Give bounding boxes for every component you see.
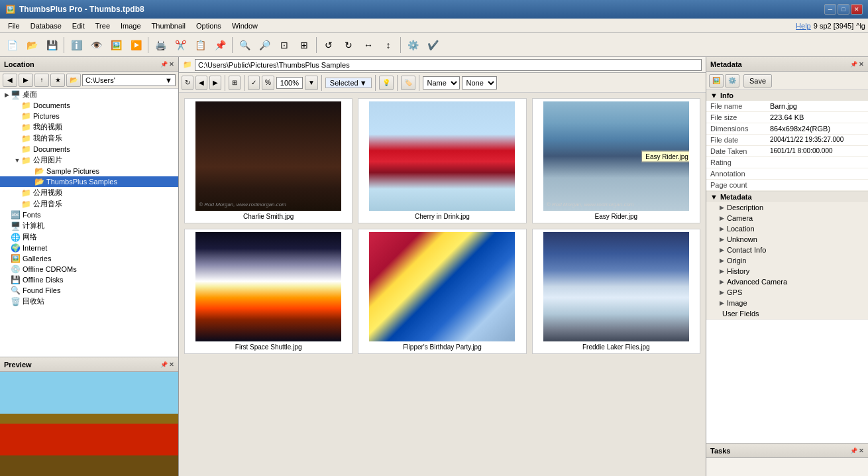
meta-location[interactable]: ▶ Location bbox=[706, 223, 868, 234]
meta-origin[interactable]: ▶ Origin bbox=[706, 255, 868, 266]
tree-toggle-thumbsplus[interactable] bbox=[27, 178, 34, 186]
preview-pin-button[interactable]: 📌 bbox=[160, 361, 168, 368]
tree-toggle-network[interactable] bbox=[3, 233, 11, 241]
metadata-subsection-header[interactable]: ▼ Metadata bbox=[706, 192, 868, 202]
tb-flip-h-button[interactable]: ↔ bbox=[359, 36, 378, 54]
thumb-freddie[interactable]: Freddie Laker Flies.jpg bbox=[532, 229, 700, 354]
view-mode-button[interactable]: ⊞ bbox=[229, 76, 241, 90]
tasks-close-button[interactable]: ✕ bbox=[859, 447, 864, 454]
tb-view-button[interactable]: 👁️ bbox=[87, 36, 105, 54]
minimize-button[interactable]: ─ bbox=[824, 4, 836, 15]
meta-options-button[interactable]: ⚙️ bbox=[725, 74, 739, 88]
tb-copy-button[interactable]: 📋 bbox=[191, 36, 209, 54]
tb-mark-button[interactable]: ✔️ bbox=[423, 36, 442, 54]
tree-toggle-internet[interactable] bbox=[3, 244, 11, 252]
folder-tree[interactable]: ▶ 🖥️ 桌面 📁 Documents 📁 Pictures bbox=[0, 89, 178, 357]
nav-forward-button[interactable]: ▶ bbox=[19, 74, 33, 87]
maximize-button[interactable]: □ bbox=[838, 4, 849, 15]
menu-options[interactable]: Options bbox=[191, 21, 227, 31]
tree-toggle-computer[interactable] bbox=[3, 222, 11, 230]
tree-item-pictures[interactable]: 📁 Pictures bbox=[0, 111, 178, 121]
tree-item-fonts[interactable]: 🔤 Fonts bbox=[0, 209, 178, 220]
check-button[interactable]: ✓ bbox=[248, 76, 260, 90]
location-path-dropdown[interactable]: ▼ bbox=[165, 76, 172, 84]
tree-toggle-galleries[interactable] bbox=[3, 255, 11, 263]
tb-fit-button[interactable]: ⊡ bbox=[275, 36, 294, 54]
save-metadata-button[interactable]: Save bbox=[743, 74, 772, 88]
title-bar-controls[interactable]: ─ □ ✕ bbox=[824, 4, 863, 15]
help-link[interactable]: Help bbox=[796, 22, 811, 30]
tree-item-internet[interactable]: 🌍 Internet bbox=[0, 243, 178, 253]
thumb-back-button[interactable]: ◀ bbox=[195, 76, 207, 90]
tb-open-button[interactable]: 📂 bbox=[23, 36, 41, 54]
thumb-flipper[interactable]: Flipper's Birthday Party.jpg bbox=[358, 229, 526, 354]
tasks-pin-button[interactable]: 📌 bbox=[850, 447, 857, 454]
tree-toggle-publicvideo[interactable] bbox=[13, 189, 21, 197]
tb-slide-button[interactable]: ▶️ bbox=[127, 36, 145, 54]
nav-up-button[interactable]: ↑ bbox=[34, 74, 49, 87]
zoom-input[interactable] bbox=[276, 77, 303, 89]
filter-button[interactable]: ▼ bbox=[305, 76, 318, 90]
tree-toggle-desktop[interactable]: ▶ bbox=[3, 91, 11, 99]
tb-info-button[interactable]: ℹ️ bbox=[67, 36, 85, 54]
tree-toggle-mymusic[interactable] bbox=[13, 135, 21, 143]
tb-paste-button[interactable]: 📌 bbox=[211, 36, 229, 54]
menu-edit[interactable]: Edit bbox=[67, 21, 90, 31]
preview-close-button[interactable]: ✕ bbox=[169, 361, 174, 368]
tag-button[interactable]: 🏷️ bbox=[401, 76, 415, 90]
bulb-button[interactable]: 💡 bbox=[379, 76, 394, 90]
selected-dropdown-icon[interactable]: ▼ bbox=[360, 79, 367, 87]
tree-item-myvideo[interactable]: 📁 我的视频 bbox=[0, 121, 178, 133]
tree-toggle-samplepics[interactable] bbox=[27, 167, 34, 175]
tree-item-desktop[interactable]: ▶ 🖥️ 桌面 bbox=[0, 89, 178, 100]
tb-save-button[interactable]: 💾 bbox=[42, 36, 61, 54]
tb-zoom-out-button[interactable]: 🔎 bbox=[255, 36, 274, 54]
sort-dropdown[interactable]: Name Date Size bbox=[423, 76, 460, 89]
meta-camera[interactable]: ▶ Camera bbox=[706, 213, 868, 223]
tb-rotate-r-button[interactable]: ↻ bbox=[339, 36, 358, 54]
meta-unknown[interactable]: ▶ Unknown bbox=[706, 234, 868, 245]
tree-toggle-publicpics[interactable]: ▼ bbox=[13, 156, 21, 164]
meta-gps[interactable]: ▶ GPS bbox=[706, 287, 868, 298]
meta-image[interactable]: ▶ Image bbox=[706, 298, 868, 308]
metadata-pin-button[interactable]: 📌 bbox=[850, 61, 857, 68]
address-path-box[interactable]: C:\Users\Public\Pictures\ThumbsPlus Samp… bbox=[195, 59, 702, 71]
meta-contactinfo[interactable]: ▶ Contact Info bbox=[706, 245, 868, 255]
close-button[interactable]: ✕ bbox=[851, 4, 863, 15]
tree-toggle-pictures[interactable] bbox=[13, 112, 21, 120]
tree-toggle-offlinecds[interactable] bbox=[3, 265, 11, 273]
tb-flip-v-button[interactable]: ↕ bbox=[379, 36, 398, 54]
menu-window[interactable]: Window bbox=[227, 21, 263, 31]
tree-item-foundfiles[interactable]: 🔍 Found Files bbox=[0, 285, 178, 296]
group-dropdown[interactable]: None Date Type bbox=[462, 76, 497, 89]
tree-toggle-documents1[interactable] bbox=[13, 101, 21, 109]
tb-settings-button[interactable]: ⚙️ bbox=[404, 36, 422, 54]
tree-toggle-fonts[interactable] bbox=[3, 211, 11, 219]
tree-item-publicmusic[interactable]: 📁 公用音乐 bbox=[0, 198, 178, 209]
tb-cut-button[interactable]: ✂️ bbox=[171, 36, 190, 54]
refresh-button[interactable]: ↻ bbox=[182, 76, 193, 90]
tree-toggle-myvideo[interactable] bbox=[13, 123, 21, 131]
nav-browse-button[interactable]: 📂 bbox=[66, 74, 81, 87]
tree-toggle-publicmusic[interactable] bbox=[13, 200, 21, 208]
nav-favorite-button[interactable]: ★ bbox=[50, 74, 65, 87]
location-path-box[interactable]: C:\Users' ▼ bbox=[82, 74, 176, 86]
tree-item-publicpics[interactable]: ▼ 📁 公用图片 bbox=[0, 154, 178, 166]
tree-item-offlinecds[interactable]: 💿 Offline CDROMs bbox=[0, 264, 178, 274]
thumb-forward-button[interactable]: ▶ bbox=[209, 76, 221, 90]
tree-item-network[interactable]: 🌐 网络 bbox=[0, 231, 178, 243]
nav-back-button[interactable]: ◀ bbox=[3, 74, 17, 87]
tree-item-computer[interactable]: 🖥️ 计算机 bbox=[0, 220, 178, 231]
tb-thumb-button[interactable]: 🖼️ bbox=[107, 36, 125, 54]
tree-item-documents1[interactable]: 📁 Documents bbox=[0, 100, 178, 111]
thumb-easyrider[interactable]: Easy Rider.jpg © Rod Morgan, www.rodmorg… bbox=[532, 98, 700, 223]
tb-rotate-l-button[interactable]: ↺ bbox=[319, 36, 338, 54]
tree-item-documents2[interactable]: 📁 Documents bbox=[0, 144, 178, 154]
tree-item-galleries[interactable]: 🖼️ Galleries bbox=[0, 253, 178, 264]
tb-actual-button[interactable]: ⊞ bbox=[295, 36, 313, 54]
menu-database[interactable]: Database bbox=[25, 21, 67, 31]
menu-image[interactable]: Image bbox=[115, 21, 146, 31]
meta-advancedcamera[interactable]: ▶ Advanced Camera bbox=[706, 276, 868, 287]
menu-file[interactable]: File bbox=[3, 21, 25, 31]
tb-new-button[interactable]: 📄 bbox=[3, 36, 21, 54]
